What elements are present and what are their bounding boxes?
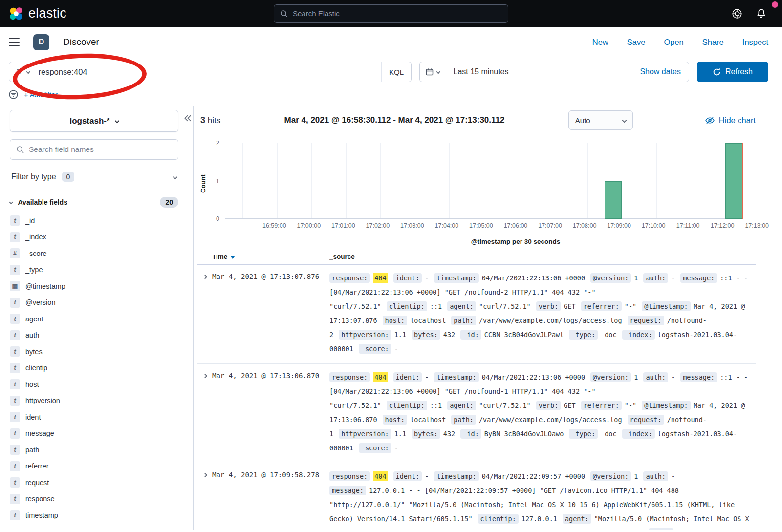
- field-item-timestamp[interactable]: ttimestamp: [10, 507, 178, 524]
- field-item-@timestamp[interactable]: ▦@timestamp: [10, 278, 178, 295]
- field-item-clientip[interactable]: tclientip: [10, 360, 178, 377]
- field-name: clientip: [25, 364, 47, 372]
- menu-hamburger-icon[interactable]: [9, 36, 20, 48]
- appbar-action-share[interactable]: Share: [702, 38, 724, 47]
- field-item-_index[interactable]: t_index: [10, 229, 178, 246]
- field-key-pill: auth:: [643, 372, 668, 382]
- field-value: "curl/7.52.1": [479, 402, 531, 409]
- documents-table: Time _source Mar 4, 2021 @ 17:13:07.876r…: [194, 253, 782, 530]
- x-tick-label: 17:13:00: [745, 222, 769, 229]
- add-filter-button[interactable]: + Add filter: [24, 91, 58, 99]
- index-pattern-selector[interactable]: logstash-*: [10, 110, 178, 132]
- discover-app-badge: D: [33, 34, 49, 50]
- field-name: auth: [25, 331, 39, 339]
- results-header: 3 hits Mar 4, 2021 @ 16:58:30.112 - Mar …: [194, 106, 782, 134]
- expand-row-button[interactable]: [197, 370, 212, 455]
- hide-chart-link[interactable]: Hide chart: [705, 116, 756, 125]
- saved-query-menu-button[interactable]: [9, 68, 35, 76]
- histogram-section: Count 012 16:59:0017:00:0017:01:0017:02:…: [194, 134, 782, 245]
- x-gridline: [380, 143, 381, 219]
- field-item-path[interactable]: tpath: [10, 442, 178, 458]
- field-key-pill: ident:: [393, 273, 422, 283]
- appbar-action-new[interactable]: New: [592, 38, 608, 47]
- histogram-plot[interactable]: 012: [225, 143, 742, 219]
- available-fields-header[interactable]: Available fields 20: [10, 197, 178, 208]
- field-key-pill: agent:: [447, 301, 476, 311]
- expand-row-button[interactable]: [197, 469, 212, 530]
- field-item-@version[interactable]: t@version: [10, 295, 178, 311]
- show-dates-link[interactable]: Show dates: [640, 67, 689, 76]
- field-type-string-icon: t: [10, 494, 20, 504]
- global-search-input[interactable]: [293, 9, 502, 18]
- field-key-pill: bytes:: [412, 330, 440, 340]
- field-value: CCBN_3cB04dGovJLPawl: [484, 331, 564, 339]
- field-item-request[interactable]: trequest: [10, 474, 178, 491]
- field-type-string-icon: t: [10, 265, 20, 275]
- doc-source-cell: response:404ident:-timestamp:04/Mar/2021…: [329, 469, 756, 530]
- field-name: _id: [25, 217, 35, 225]
- field-item-httpversion[interactable]: thttpversion: [10, 393, 178, 409]
- time-range-value[interactable]: Last 15 minutes: [446, 67, 509, 76]
- collapse-sidebar-icon[interactable]: [183, 114, 192, 123]
- elastic-logo-text: elastic: [28, 6, 66, 21]
- x-gridline: [691, 143, 691, 219]
- chevron-down-icon: [26, 70, 30, 74]
- x-tick-label: 17:04:00: [435, 222, 459, 229]
- field-search-box[interactable]: [10, 139, 178, 160]
- field-value: -: [671, 274, 675, 282]
- elastic-logo[interactable]: elastic: [9, 6, 66, 21]
- expand-row-button[interactable]: [197, 271, 212, 356]
- field-search-input[interactable]: [29, 145, 172, 154]
- appbar-action-inspect[interactable]: Inspect: [742, 38, 768, 47]
- field-item-response[interactable]: tresponse: [10, 491, 178, 508]
- field-type-string-icon: t: [10, 330, 20, 340]
- field-item-message[interactable]: tmessage: [10, 426, 178, 442]
- appbar-action-save[interactable]: Save: [627, 38, 646, 47]
- field-value: 432: [443, 331, 455, 339]
- field-type-string-icon: t: [10, 396, 20, 406]
- field-item-ident[interactable]: tident: [10, 409, 178, 426]
- refresh-button[interactable]: Refresh: [697, 62, 768, 82]
- field-item-_type[interactable]: t_type: [10, 262, 178, 278]
- interval-select[interactable]: Auto: [568, 110, 633, 130]
- field-item-_id[interactable]: t_id: [10, 213, 178, 229]
- available-fields-label: Available fields: [18, 198, 67, 206]
- field-key-pill: timestamp:: [434, 372, 478, 382]
- field-key-pill: host:: [383, 316, 408, 325]
- doc-time-cell: Mar 4, 2021 @ 17:13:06.870: [212, 370, 329, 455]
- field-key-pill: _score:: [359, 443, 391, 453]
- x-gridline: [553, 143, 553, 219]
- field-item-host[interactable]: thost: [10, 376, 178, 393]
- field-item-_score[interactable]: #_score: [10, 245, 178, 262]
- documents-table-header: Time _source: [197, 253, 756, 265]
- filter-options-icon[interactable]: [9, 90, 18, 99]
- field-key-pill: referrer:: [581, 401, 622, 410]
- doc-time-cell: Mar 4, 2021 @ 17:09:58.278: [212, 469, 329, 530]
- field-key-pill: _id:: [460, 330, 481, 340]
- query-language-button[interactable]: KQL: [381, 62, 411, 82]
- field-name: httpversion: [25, 397, 60, 404]
- field-item-referrer[interactable]: treferrer: [10, 458, 178, 475]
- field-name: @timestamp: [25, 282, 65, 290]
- field-key-pill: auth:: [643, 471, 668, 481]
- filter-by-type-dropdown[interactable]: Filter by type 0: [10, 167, 178, 187]
- calendar-menu-button[interactable]: [420, 62, 446, 82]
- x-gridline: [415, 143, 415, 219]
- field-value: GET: [564, 302, 575, 310]
- y-tick-label: 0: [216, 215, 219, 222]
- alerts-bell-icon[interactable]: [756, 8, 766, 19]
- refresh-label: Refresh: [725, 67, 753, 76]
- x-tick-label: 17:02:00: [366, 222, 390, 229]
- appbar-action-open[interactable]: Open: [664, 38, 683, 47]
- field-type-string-icon: t: [10, 363, 20, 373]
- field-type-string-icon: t: [10, 445, 20, 455]
- field-item-agent[interactable]: tagent: [10, 311, 178, 327]
- time-column-header[interactable]: Time: [212, 253, 329, 260]
- field-item-bytes[interactable]: tbytes: [10, 343, 178, 360]
- deployment-icon[interactable]: [732, 8, 742, 19]
- query-input[interactable]: [35, 67, 381, 77]
- field-value: _doc: [601, 430, 617, 438]
- global-search-bar[interactable]: [274, 4, 508, 23]
- field-key-pill: _index:: [622, 429, 655, 439]
- field-item-auth[interactable]: tauth: [10, 327, 178, 344]
